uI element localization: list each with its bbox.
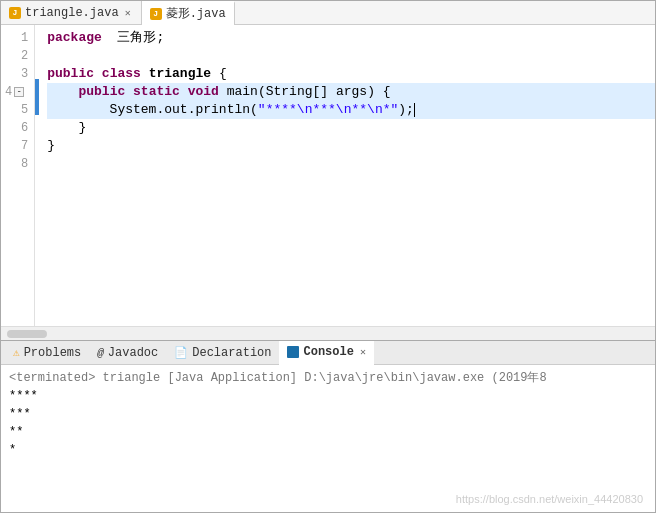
code-area: 1 2 3 4- 5 6 7 8 pac <box>1 25 655 326</box>
tab-declaration-label: Declaration <box>192 346 271 360</box>
bottom-panel: ⚠ Problems @ Javadoc 📄 Declaration Conso… <box>1 341 655 513</box>
line-num-1: 1 <box>5 29 28 47</box>
h-scrollbar[interactable] <box>1 326 655 340</box>
tab-lingxing-java[interactable]: J 菱形.java <box>142 1 235 25</box>
console-terminated-line: <terminated> triangle [Java Application]… <box>9 369 647 387</box>
declaration-icon: 📄 <box>174 346 188 359</box>
tab-triangle-java-label: triangle.java <box>25 6 119 20</box>
code-line-4: public static void main(String[] args) { <box>47 83 655 101</box>
bottom-tab-bar: ⚠ Problems @ Javadoc 📄 Declaration Conso… <box>1 341 655 365</box>
code-line-3: public class triangle { <box>47 65 655 83</box>
line-num-7: 7 <box>5 137 28 155</box>
editor-container: J triangle.java ✕ J 菱形.java 1 2 3 4- 5 6… <box>1 1 655 341</box>
ide-window: J triangle.java ✕ J 菱形.java 1 2 3 4- 5 6… <box>1 1 655 513</box>
tab-javadoc-label: Javadoc <box>108 346 158 360</box>
watermark: https://blog.csdn.net/weixin_44420830 <box>456 490 643 508</box>
line-num-2: 2 <box>5 47 28 65</box>
java-icon-2: J <box>150 8 162 20</box>
console-content: <terminated> triangle [Java Application]… <box>1 365 655 513</box>
editor-tab-bar: J triangle.java ✕ J 菱形.java <box>1 1 655 25</box>
line-num-4: 4- <box>5 83 28 101</box>
tab-javadoc[interactable]: @ Javadoc <box>89 341 166 365</box>
java-icon: J <box>9 7 21 19</box>
tab-declaration[interactable]: 📄 Declaration <box>166 341 279 365</box>
line-num-6: 6 <box>5 119 28 137</box>
console-close-icon[interactable]: ✕ <box>360 346 366 358</box>
code-line-2 <box>47 47 655 65</box>
code-line-1: package 三角形; <box>47 29 655 47</box>
code-line-8 <box>47 155 655 173</box>
tab-lingxing-java-label: 菱形.java <box>166 5 226 22</box>
code-content[interactable]: package 三角形; public class triangle { pub… <box>39 25 655 326</box>
code-line-5: System.out.println("****\n***\n**\n*"); <box>47 101 655 119</box>
console-output-1: **** <box>9 387 647 405</box>
h-scrollbar-thumb[interactable] <box>7 330 47 338</box>
line-numbers: 1 2 3 4- 5 6 7 8 <box>1 25 35 326</box>
problems-icon: ⚠ <box>13 346 20 359</box>
tab-console[interactable]: Console ✕ <box>279 341 373 365</box>
console-output-4: * <box>9 441 647 459</box>
tab-console-label: Console <box>303 345 353 359</box>
code-line-7: } <box>47 137 655 155</box>
line-num-5: 5 <box>5 101 28 119</box>
tab-triangle-close[interactable]: ✕ <box>123 7 133 19</box>
javadoc-icon: @ <box>97 347 104 359</box>
console-output-2: *** <box>9 405 647 423</box>
console-output-3: ** <box>9 423 647 441</box>
tab-problems[interactable]: ⚠ Problems <box>5 341 89 365</box>
tab-problems-label: Problems <box>24 346 82 360</box>
tab-triangle-java[interactable]: J triangle.java ✕ <box>1 1 142 25</box>
fold-marker-4[interactable]: - <box>14 87 24 97</box>
line-num-3: 3 <box>5 65 28 83</box>
console-icon-tab <box>287 346 299 358</box>
code-line-6: } <box>47 119 655 137</box>
line-num-8: 8 <box>5 155 28 173</box>
